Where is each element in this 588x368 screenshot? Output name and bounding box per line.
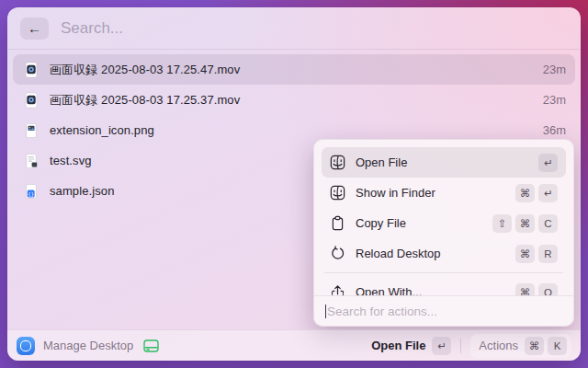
- menu-item[interactable]: Reload Desktop⌘R: [322, 238, 566, 269]
- actions-search-placeholder: Search for actions...: [327, 305, 437, 318]
- menu-item[interactable]: Copy File⇧⌘C: [322, 208, 566, 238]
- key-badge: R: [538, 245, 558, 263]
- manage-desktop-app-icon: [17, 337, 35, 355]
- file-modified-time: 23m: [543, 63, 566, 76]
- actions-button[interactable]: Actions ⌘K: [470, 334, 571, 358]
- actions-context-menu: Open File↵Show in Finder⌘↵Copy File⇧⌘CRe…: [313, 139, 574, 327]
- menu-item-label: Show in Finder: [356, 186, 435, 200]
- actions-search-field[interactable]: Search for actions...: [314, 295, 573, 326]
- menu-divider: [324, 272, 563, 273]
- file-name: 画面収録 2025-08-03 17.25.37.mov: [50, 92, 240, 109]
- key-badge: ↵: [432, 337, 451, 355]
- launcher-window: ← Search... 画面収録 2025-08-03 17.25.47.mov…: [7, 7, 581, 361]
- file-row[interactable]: 画面収録 2025-08-03 17.25.47.mov23m: [13, 54, 575, 85]
- text-caret: [325, 305, 326, 318]
- finder-icon: [330, 155, 345, 170]
- svg-file-icon: [22, 152, 40, 170]
- menu-item-shortcut: ⌘O: [515, 283, 558, 297]
- menu-item-label: Copy File: [356, 216, 406, 230]
- primary-action-label: Open File: [371, 339, 425, 352]
- key-badge: K: [548, 337, 567, 355]
- menu-item-shortcut: ↵: [538, 154, 558, 172]
- file-name: extension_icon.png: [50, 123, 154, 137]
- actions-menu-list: Open File↵Show in Finder⌘↵Copy File⇧⌘CRe…: [314, 140, 573, 296]
- image-file-icon: [22, 121, 40, 140]
- menu-item[interactable]: Open With...⌘O: [322, 277, 566, 296]
- key-badge: ⇧: [492, 214, 512, 233]
- svg-text:{}: {}: [28, 190, 34, 196]
- back-button[interactable]: ←: [20, 17, 49, 40]
- movie-file-icon: [22, 91, 40, 109]
- key-badge: ⌘: [515, 283, 535, 297]
- movie-file-icon: [22, 61, 40, 79]
- key-badge: C: [538, 214, 558, 233]
- search-header: ← Search...: [7, 7, 581, 50]
- key-badge: O: [538, 283, 558, 297]
- file-modified-time: 36m: [543, 123, 566, 137]
- key-badge: ⌘: [515, 245, 535, 263]
- menu-item-label: Reload Desktop: [356, 247, 441, 260]
- key-badge: ⌘: [515, 214, 535, 233]
- file-row[interactable]: 画面収録 2025-08-03 17.25.37.mov23m: [13, 85, 575, 115]
- menu-item-shortcut: ⌘R: [515, 245, 558, 263]
- menu-item-shortcut: ⇧⌘C: [492, 214, 558, 233]
- finder-icon: [330, 185, 345, 201]
- key-badge: ↵: [538, 184, 558, 202]
- file-name: test.svg: [50, 154, 92, 167]
- file-name: sample.json: [50, 184, 114, 198]
- menu-item[interactable]: Open File↵: [322, 147, 566, 178]
- primary-action-button[interactable]: Open File ↵: [371, 337, 451, 355]
- footer-bar: Manage Desktop Open File ↵ Actions ⌘K: [7, 329, 581, 361]
- menu-item-shortcut: ⌘↵: [515, 184, 558, 202]
- footer-divider: [460, 339, 461, 353]
- menu-item-label: Open File: [356, 155, 407, 169]
- reload-icon: [330, 246, 345, 261]
- key-badge: ⌘: [525, 337, 544, 355]
- footer-app-label: Manage Desktop: [43, 339, 133, 352]
- menu-item[interactable]: Show in Finder⌘↵: [322, 178, 566, 208]
- file-name: 画面収録 2025-08-03 17.25.47.mov: [50, 62, 240, 78]
- search-input[interactable]: Search...: [61, 19, 123, 38]
- json-file-icon: {}: [22, 182, 40, 201]
- file-modified-time: 23m: [543, 93, 566, 107]
- key-badge: ⌘: [515, 184, 535, 202]
- actions-button-label: Actions: [479, 339, 518, 352]
- key-badge: ↵: [538, 154, 558, 172]
- arrow-left-icon: ←: [28, 20, 41, 36]
- clipboard-icon: [330, 215, 345, 231]
- green-drive-icon: [141, 337, 160, 355]
